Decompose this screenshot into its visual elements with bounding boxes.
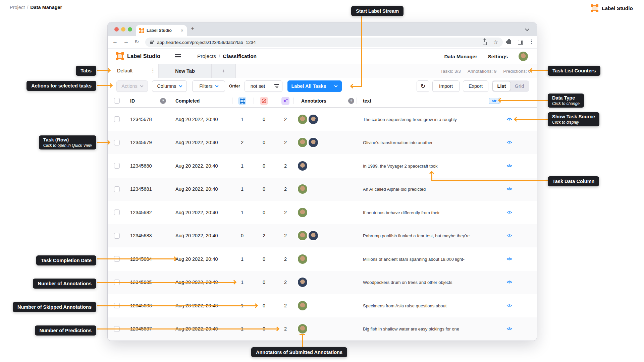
hamburger-menu-icon[interactable]	[175, 54, 181, 60]
annotations-column-icon[interactable]	[238, 97, 246, 105]
show-task-source-icon[interactable]: </>	[506, 187, 512, 191]
tab-new-tab[interactable]: New Tab	[159, 64, 212, 78]
task-id: 12345678	[130, 117, 152, 122]
task-text: Olivine's transformation into another	[363, 140, 433, 145]
annotator-avatar	[298, 254, 307, 264]
app-logo-icon	[116, 52, 124, 60]
actions-button[interactable]: Actions	[116, 80, 148, 92]
annotator-avatars	[298, 278, 307, 287]
annotator-avatar	[298, 161, 307, 171]
minimize-window-button[interactable]	[121, 27, 125, 32]
task-text: The carbon-sequestering trees grow in a …	[363, 117, 457, 122]
chevron-down-icon	[334, 84, 337, 87]
data-type-badge[interactable]: str	[489, 98, 499, 104]
add-tab-button[interactable]: +	[212, 64, 236, 78]
show-task-source-icon[interactable]: </>	[506, 326, 512, 331]
column-header-annotators[interactable]: Annotators	[301, 98, 326, 104]
annotator-avatars	[298, 115, 318, 124]
import-button[interactable]: Import	[432, 80, 460, 92]
row-checkbox[interactable]	[114, 116, 120, 122]
show-task-source-icon[interactable]: </>	[506, 164, 512, 168]
tab-default-label: Default	[117, 68, 132, 73]
tab-search-chevron-icon[interactable]	[525, 27, 529, 31]
show-task-source-icon[interactable]: </>	[506, 140, 512, 145]
row-checkbox[interactable]	[114, 209, 120, 215]
callout-title: Data Type	[552, 95, 575, 101]
user-avatar[interactable]	[519, 52, 528, 61]
tab-options-kebab-icon[interactable]: ⋮	[151, 68, 155, 73]
task-row[interactable]: 12345679 Aug 20 2022, 20:40 2 0 2 Olivin…	[108, 131, 537, 155]
predictions-count: 2	[284, 256, 287, 262]
tab-default[interactable]: Default ⋮	[108, 64, 159, 78]
callout-arrow	[499, 100, 548, 101]
predictions-column-icon[interactable]: ✦+	[281, 97, 289, 105]
predictions-count: 2	[284, 186, 287, 192]
side-panel-icon[interactable]	[518, 40, 523, 45]
task-row[interactable]: 12345683 Aug 20 2022, 20:40 0 2 2 Pahrum…	[108, 224, 537, 248]
skipped-column-icon[interactable]	[260, 97, 268, 105]
sparkle-plus-icon: +	[286, 98, 288, 101]
maximize-window-button[interactable]	[128, 27, 132, 32]
row-checkbox[interactable]	[114, 163, 120, 169]
predictions-count: 2	[284, 163, 287, 169]
bookmark-star-icon[interactable]: ☆	[493, 39, 498, 45]
list-view-button[interactable]: List	[493, 81, 511, 91]
select-all-checkbox[interactable]	[114, 98, 120, 104]
label-all-tasks-label: Label All Tasks	[288, 83, 330, 89]
order-button[interactable]: not set	[245, 80, 282, 92]
show-task-source-icon[interactable]: </>	[506, 117, 512, 122]
show-task-source-icon[interactable]: </>	[506, 233, 512, 238]
task-completed-date: Aug 20 2022, 20:40	[175, 186, 218, 192]
show-task-source-icon[interactable]: </>	[506, 280, 512, 285]
task-row[interactable]: 12345680 Aug 20 2022, 20:40 1 0 2 In 198…	[108, 154, 537, 178]
breadcrumb-project-link[interactable]: Project	[10, 5, 25, 10]
row-checkbox[interactable]	[114, 233, 120, 239]
grid-view-button[interactable]: Grid	[511, 81, 528, 91]
forward-icon[interactable]: →	[123, 39, 129, 45]
annotations-count: 2	[241, 140, 244, 145]
column-header-id[interactable]: ID	[130, 98, 135, 104]
task-id: 12345679	[130, 140, 152, 145]
favicon-label-studio-icon	[139, 28, 144, 33]
breadcrumb: Project/Data Manager	[10, 5, 62, 10]
row-checkbox[interactable]	[114, 186, 120, 192]
show-task-source-icon[interactable]: </>	[506, 303, 512, 308]
url-field[interactable]: app.heartex.com/projects/123456/data?tab…	[145, 38, 503, 47]
task-text: Woodpeckers drum on trees and other obje…	[363, 280, 452, 285]
callout-tabs: Tabs	[76, 66, 96, 76]
annotator-avatar	[298, 278, 307, 287]
nav-settings[interactable]: Settings	[488, 54, 508, 59]
callout-number-of-predictions: Number of Predictions	[35, 325, 97, 336]
browser-tab[interactable]: Label Studio ×	[136, 25, 187, 36]
sort-order-icon[interactable]	[271, 84, 282, 88]
predictions-count: 2	[284, 280, 287, 285]
callout-annotators-submitted: Annotators of Submitted Annotations	[251, 347, 347, 357]
tab-close-icon[interactable]: ×	[181, 28, 183, 33]
filters-label: Filters	[199, 83, 212, 89]
task-row[interactable]: 12345682 Aug 20 2022, 20:40 1 0 2 If neu…	[108, 201, 537, 224]
browser-menu-icon[interactable]: ⋮	[529, 39, 534, 45]
projects-link[interactable]: Projects	[197, 53, 216, 59]
close-window-button[interactable]	[114, 27, 119, 32]
nav-data-manager[interactable]: Data Manager	[444, 54, 477, 59]
task-row[interactable]: 12345678 Aug 20 2022, 20:40 1 0 2 The ca…	[108, 108, 537, 131]
share-icon[interactable]	[483, 42, 487, 45]
refresh-button[interactable]: ↻	[417, 80, 429, 92]
skipped-count: 0	[263, 303, 265, 308]
show-task-source-icon[interactable]: </>	[506, 257, 512, 261]
export-button[interactable]: Export	[463, 80, 488, 92]
filters-button[interactable]: Filters	[192, 80, 225, 92]
column-header-text[interactable]: text	[363, 98, 371, 104]
predictions-counter: Predictions: 0	[503, 69, 531, 74]
columns-button[interactable]: Columns	[152, 80, 187, 92]
extensions-icon[interactable]	[507, 40, 511, 44]
label-all-tasks-button[interactable]: Label All Tasks	[287, 80, 342, 92]
row-checkbox[interactable]	[114, 140, 120, 145]
predictions-count: 2	[284, 210, 287, 215]
url-text: app.heartex.com/projects/123456/data?tab…	[157, 40, 483, 45]
reload-icon[interactable]: ↻	[135, 39, 139, 45]
column-header-completed[interactable]: Completed	[175, 98, 200, 104]
new-tab-icon[interactable]: +	[191, 25, 195, 32]
back-icon[interactable]: ←	[112, 39, 118, 45]
show-task-source-icon[interactable]: </>	[506, 210, 512, 215]
